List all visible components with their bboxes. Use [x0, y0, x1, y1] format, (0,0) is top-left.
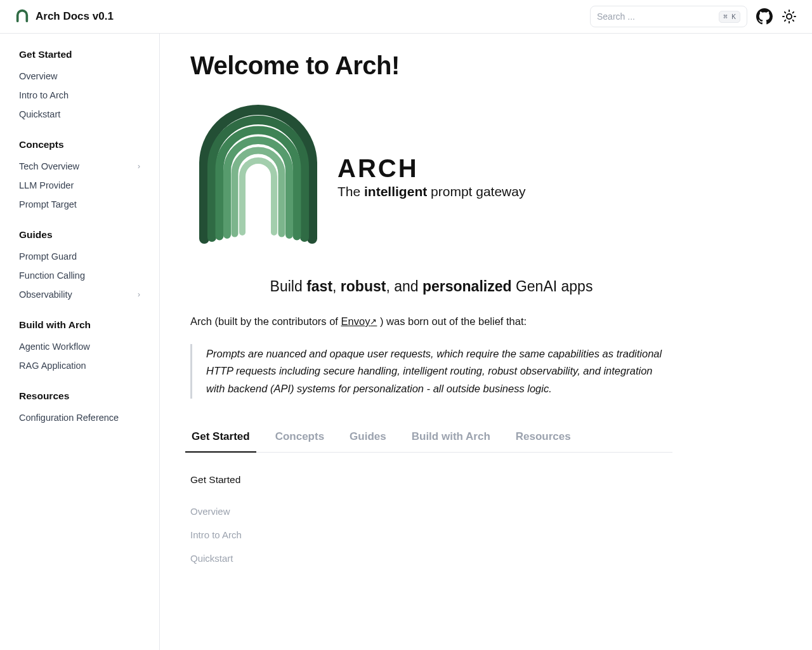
panel-heading: Get Started [190, 474, 672, 486]
theme-toggle-icon[interactable] [782, 9, 797, 24]
tab[interactable]: Concepts [274, 424, 325, 452]
brand[interactable]: Arch Docs v0.1 [15, 8, 114, 25]
sidebar-item-label: Prompt Guard [19, 251, 77, 262]
sidebar-item-label: Agentic Workflow [19, 342, 90, 352]
search-placeholder: Search ... [597, 11, 714, 22]
sidebar-item-label: LLM Provider [19, 180, 74, 190]
sidebar-item[interactable]: Overview [10, 67, 149, 86]
sidebar-item[interactable]: Observability› [10, 285, 149, 304]
external-link-icon: ↗ [370, 317, 377, 326]
sidebar-item[interactable]: Intro to Arch [10, 86, 149, 105]
sidebar-heading: Guides [10, 229, 149, 241]
tab[interactable]: Get Started [190, 424, 251, 452]
sidebar-item[interactable]: Function Calling [10, 266, 149, 285]
hero-brand: ARCH [337, 154, 525, 183]
github-icon[interactable] [756, 8, 773, 25]
sidebar-item[interactable]: LLM Provider [10, 176, 149, 195]
sidebar-heading: Build with Arch [10, 319, 149, 331]
header: Arch Docs v0.1 Search ... ⌘ K [0, 0, 812, 34]
sidebar-item-label: RAG Application [19, 361, 86, 371]
tab[interactable]: Guides [348, 424, 388, 452]
sidebar-item[interactable]: Prompt Guard [10, 247, 149, 266]
chevron-right-icon: › [138, 162, 140, 171]
hero-tagline: The intelligent prompt gateway [337, 184, 525, 199]
tab[interactable]: Build with Arch [410, 424, 492, 452]
sidebar-item[interactable]: Prompt Target [10, 195, 149, 214]
belief-quote: Prompts are nuanced and opaque user requ… [190, 344, 672, 399]
sidebar-item-label: Prompt Target [19, 199, 77, 209]
sidebar-item[interactable]: Configuration Reference [10, 408, 149, 427]
sidebar: Get StartedOverviewIntro to ArchQuicksta… [0, 34, 160, 650]
page-title: Welcome to Arch! [190, 51, 672, 80]
chevron-right-icon: › [138, 290, 140, 299]
tab[interactable]: Resources [514, 424, 572, 452]
sidebar-item-label: Overview [19, 71, 57, 81]
main-content: Welcome to Arch! [160, 34, 703, 621]
section-tabs: Get StartedConceptsGuidesBuild with Arch… [190, 424, 672, 453]
main-scroll[interactable]: Welcome to Arch! [160, 34, 812, 650]
search-input[interactable]: Search ... ⌘ K [590, 6, 747, 27]
panel-link[interactable]: Intro to Arch [190, 523, 672, 547]
sidebar-item-label: Quickstart [19, 109, 60, 119]
tab-panel: Get Started OverviewIntro to ArchQuickst… [190, 474, 672, 570]
hero-text: ARCH The intelligent prompt gateway [337, 154, 525, 199]
sidebar-item-label: Tech Overview [19, 161, 79, 171]
svg-point-0 [787, 14, 792, 19]
sidebar-item[interactable]: Quickstart [10, 105, 149, 124]
hero: ARCH The intelligent prompt gateway [190, 103, 672, 250]
site-title: Arch Docs v0.1 [36, 10, 114, 23]
sidebar-item[interactable]: Tech Overview› [10, 157, 149, 176]
envoy-link[interactable]: Envoy↗ [341, 315, 377, 327]
sidebar-item[interactable]: RAG Application [10, 356, 149, 375]
sidebar-item-label: Configuration Reference [19, 413, 119, 423]
sidebar-heading: Resources [10, 390, 149, 402]
sidebar-item-label: Function Calling [19, 270, 85, 281]
panel-link[interactable]: Quickstart [190, 547, 672, 570]
arch-logo-icon [15, 8, 29, 25]
sidebar-item-label: Observability [19, 289, 72, 300]
panel-link[interactable]: Overview [190, 500, 672, 523]
intro-paragraph: Arch (built by the contributors of Envoy… [190, 313, 672, 330]
sidebar-heading: Get Started [10, 49, 149, 60]
sidebar-heading: Concepts [10, 139, 149, 150]
arch-hero-logo-icon [190, 103, 326, 250]
sidebar-item-label: Intro to Arch [19, 90, 69, 100]
subheading: Build fast, robust, and personalized Gen… [190, 278, 672, 295]
search-shortcut-hint: ⌘ K [719, 11, 740, 23]
sidebar-item[interactable]: Agentic Workflow [10, 337, 149, 356]
